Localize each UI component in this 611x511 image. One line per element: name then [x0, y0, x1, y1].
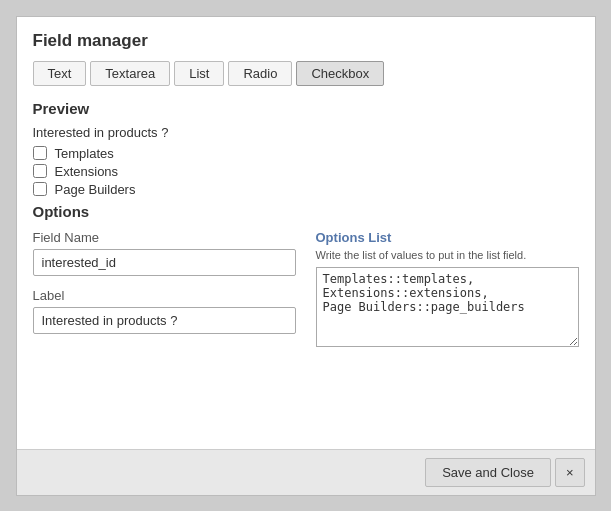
- close-button[interactable]: ×: [555, 458, 585, 487]
- checkbox-label-templates: Templates: [55, 146, 114, 161]
- options-list-title: Options List: [316, 230, 579, 245]
- modal-footer: Save and Close ×: [17, 449, 595, 495]
- options-left: Field Name Label: [33, 230, 296, 350]
- preview-title: Preview: [33, 100, 579, 117]
- options-title: Options: [33, 203, 579, 220]
- btn-radio[interactable]: Radio: [228, 61, 292, 86]
- btn-textarea[interactable]: Textarea: [90, 61, 170, 86]
- btn-checkbox[interactable]: Checkbox: [296, 61, 384, 86]
- field-type-toolbar: Text Textarea List Radio Checkbox: [33, 61, 579, 86]
- preview-section: Preview Interested in products ? Templat…: [33, 100, 579, 197]
- checkbox-label-extensions: Extensions: [55, 164, 119, 179]
- modal-body: Field manager Text Textarea List Radio C…: [17, 17, 595, 449]
- label-input[interactable]: [33, 307, 296, 334]
- checkbox-page-builders[interactable]: [33, 182, 47, 196]
- field-name-label: Field Name: [33, 230, 296, 245]
- label-label: Label: [33, 288, 296, 303]
- options-list-desc: Write the list of values to put in the l…: [316, 249, 579, 261]
- btn-text[interactable]: Text: [33, 61, 87, 86]
- checkbox-templates[interactable]: [33, 146, 47, 160]
- modal-title: Field manager: [33, 31, 579, 51]
- options-section: Field Name Label Options List Write the …: [33, 230, 579, 350]
- options-list-textarea[interactable]: [316, 267, 579, 347]
- field-manager-modal: Field manager Text Textarea List Radio C…: [16, 16, 596, 496]
- checkbox-extensions[interactable]: [33, 164, 47, 178]
- checkbox-row-extensions: Extensions: [33, 164, 579, 179]
- options-right: Options List Write the list of values to…: [316, 230, 579, 350]
- checkbox-label-page-builders: Page Builders: [55, 182, 136, 197]
- checkbox-row-page-builders: Page Builders: [33, 182, 579, 197]
- save-and-close-button[interactable]: Save and Close: [425, 458, 551, 487]
- preview-field-label: Interested in products ?: [33, 125, 579, 140]
- btn-list[interactable]: List: [174, 61, 224, 86]
- field-name-input[interactable]: [33, 249, 296, 276]
- checkbox-row-templates: Templates: [33, 146, 579, 161]
